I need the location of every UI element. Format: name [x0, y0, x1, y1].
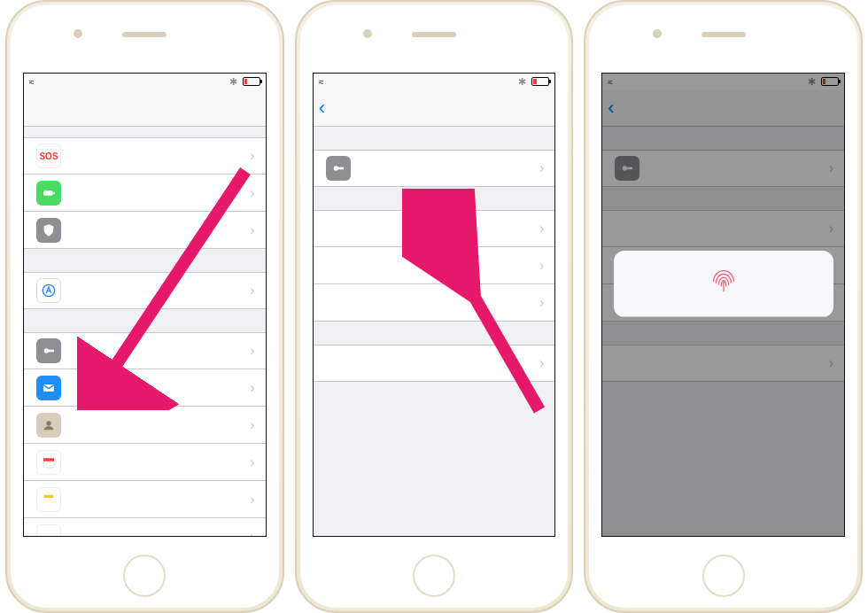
row-contacts[interactable]: ›	[24, 407, 266, 444]
svg-rect-1	[53, 191, 54, 194]
alert-cancel-button[interactable]	[614, 316, 833, 317]
svg-rect-8	[43, 458, 54, 461]
row-appstore[interactable]: ›	[24, 272, 266, 309]
status-bar: ≈ ✱	[314, 74, 555, 89]
row-accounts-passwords[interactable]: ›	[24, 332, 266, 369]
svg-rect-12	[337, 167, 344, 170]
row-account-gmail[interactable]: ›	[314, 247, 555, 284]
row-fetch-data[interactable]: ›	[314, 345, 555, 382]
row-privacy[interactable]: ›	[24, 212, 266, 249]
row-account-icloud[interactable]: ›	[314, 210, 555, 247]
svg-rect-0	[43, 190, 53, 195]
row-add-account[interactable]: ›	[314, 284, 555, 322]
row-mail[interactable]: ›	[24, 369, 266, 407]
svg-rect-4	[48, 350, 54, 353]
status-bar: ≈ ✱	[24, 74, 266, 89]
row-notes[interactable]: ›	[24, 481, 266, 518]
svg-point-3	[44, 348, 49, 353]
chevron-right-icon: ›	[250, 148, 254, 164]
row-battery[interactable]: ›	[24, 175, 266, 212]
row-sos[interactable]: SOS›	[24, 137, 266, 175]
fingerprint-icon	[707, 263, 740, 297]
navbar: ‹	[314, 89, 555, 127]
svg-point-6	[46, 421, 50, 425]
battery-icon	[243, 77, 260, 86]
row-calendar[interactable]: ›	[24, 444, 266, 481]
row-reminders[interactable]: ›	[24, 518, 266, 536]
back-button[interactable]: ‹	[319, 97, 325, 120]
navbar	[24, 89, 266, 127]
section-accounts	[314, 187, 555, 210]
row-app-site-passwords[interactable]: ›	[314, 150, 555, 187]
touch-id-alert	[614, 251, 833, 317]
svg-point-11	[333, 166, 337, 170]
svg-rect-10	[44, 494, 54, 497]
